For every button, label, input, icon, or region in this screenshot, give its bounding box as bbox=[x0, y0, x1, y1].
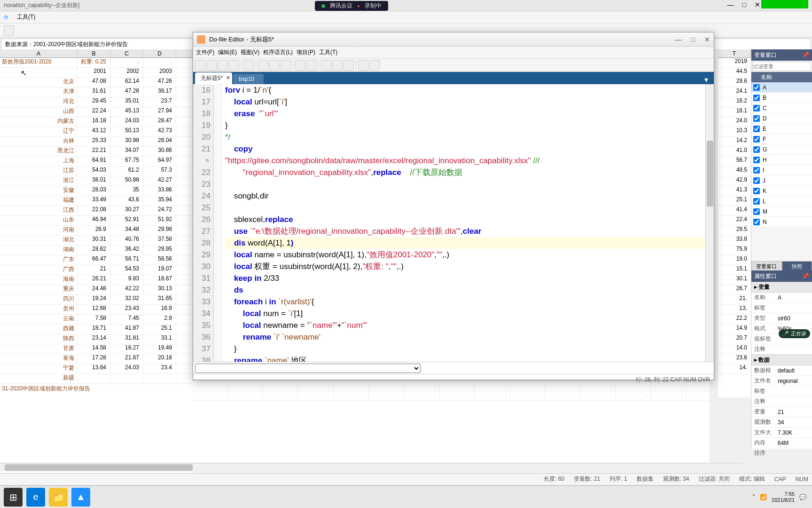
variable-row[interactable]: M bbox=[751, 206, 812, 217]
print-button[interactable] bbox=[229, 60, 239, 71]
value-cell[interactable]: 29.6 bbox=[718, 78, 751, 87]
value-cell[interactable]: 20.18 bbox=[143, 354, 176, 364]
value-cell[interactable]: 18.27 bbox=[110, 344, 143, 354]
value-cell[interactable]: 24.0 bbox=[718, 117, 751, 127]
value-cell[interactable]: 23.43 bbox=[110, 305, 143, 314]
variable-row[interactable]: J bbox=[751, 175, 812, 186]
code-line[interactable]: } bbox=[225, 119, 714, 131]
col-header-t[interactable]: T bbox=[718, 49, 751, 58]
value-cell[interactable]: 7.45 bbox=[110, 315, 143, 324]
group-variable[interactable]: ▸ 变量 bbox=[751, 282, 812, 293]
province-cell[interactable]: 重庆 bbox=[0, 285, 78, 294]
property-value[interactable]: 34 bbox=[778, 419, 809, 426]
variable-checkbox[interactable] bbox=[753, 84, 760, 91]
value-cell[interactable]: 41.87 bbox=[110, 325, 143, 334]
header-cell[interactable]: . bbox=[143, 58, 176, 67]
property-row[interactable]: 名称A bbox=[751, 293, 812, 303]
province-cell[interactable]: 广西 bbox=[0, 265, 78, 275]
variable-checkbox[interactable] bbox=[753, 105, 760, 111]
app-icon[interactable]: ▲ bbox=[71, 488, 90, 507]
value-cell[interactable]: 33.49 bbox=[78, 196, 110, 206]
province-cell[interactable]: 内蒙古 bbox=[0, 117, 78, 127]
value-cell[interactable]: 57.3 bbox=[143, 167, 176, 176]
province-cell[interactable]: 河南 bbox=[0, 226, 78, 235]
province-cell[interactable]: 新疆 bbox=[0, 374, 78, 383]
col-header-b[interactable]: B bbox=[78, 49, 110, 57]
property-row[interactable]: 观测数34 bbox=[751, 417, 812, 428]
value-cell[interactable]: 26.21 bbox=[78, 275, 110, 285]
tab-variables[interactable]: 变量窗口 bbox=[751, 261, 782, 271]
paste-button[interactable] bbox=[281, 60, 291, 71]
province-cell[interactable]: 宁夏 bbox=[0, 364, 78, 373]
value-cell[interactable]: 29.95 bbox=[143, 246, 176, 255]
value-cell[interactable]: 61.2 bbox=[110, 167, 143, 176]
value-cell[interactable]: 34.48 bbox=[110, 226, 143, 235]
value-cell[interactable]: 24.03 bbox=[110, 117, 143, 127]
variable-row[interactable]: G bbox=[751, 144, 812, 155]
value-cell[interactable]: 18.71 bbox=[78, 325, 110, 334]
variable-row[interactable]: A bbox=[751, 82, 812, 93]
value-cell[interactable]: 30.27 bbox=[110, 206, 143, 215]
value-cell[interactable]: 14.0 bbox=[718, 344, 751, 354]
value-cell[interactable]: 43.6 bbox=[110, 196, 143, 206]
code-line[interactable] bbox=[225, 178, 714, 190]
menu-tools[interactable]: 工具(T) bbox=[17, 13, 35, 21]
value-cell[interactable]: 19.0 bbox=[718, 255, 751, 265]
value-cell[interactable]: 14. bbox=[718, 364, 751, 374]
province-cell[interactable]: 江西 bbox=[0, 206, 78, 215]
variable-row[interactable]: B bbox=[751, 93, 812, 103]
variable-row[interactable]: F bbox=[751, 134, 812, 144]
table-row[interactable]: 福建 33.49 43.6 35.94 bbox=[0, 196, 193, 206]
tab-close-icon[interactable]: ✕ bbox=[226, 75, 230, 81]
value-cell[interactable]: 58.71 bbox=[110, 255, 143, 265]
table-row[interactable]: 贵州 12.68 23.43 16.9 bbox=[0, 305, 193, 315]
property-row[interactable]: 注释 bbox=[751, 397, 812, 407]
value-cell[interactable]: 29.45 bbox=[78, 97, 110, 107]
value-cell[interactable]: 28.62 bbox=[78, 246, 110, 255]
property-row[interactable]: 文件大7.30K bbox=[751, 428, 812, 438]
value-cell[interactable]: 33.86 bbox=[143, 186, 176, 196]
table-row[interactable]: 西藏 18.71 41.87 25.1 bbox=[0, 325, 193, 334]
table-row[interactable]: 江苏 54.03 61.2 57.3 bbox=[0, 167, 193, 176]
value-cell[interactable]: 41.3 bbox=[718, 186, 751, 196]
header-cell[interactable]: . bbox=[110, 58, 143, 67]
redo-button[interactable] bbox=[306, 60, 317, 71]
bookmark-gutter[interactable] bbox=[214, 84, 222, 362]
property-value[interactable]: A bbox=[778, 294, 809, 301]
table-row[interactable]: 广西 21 54.53 19.07 bbox=[0, 265, 193, 275]
toolbar-icon[interactable] bbox=[4, 25, 14, 36]
table-row[interactable]: 海南 26.21 9.83 18.67 bbox=[0, 275, 193, 285]
menu-language[interactable]: 程序语言(L) bbox=[263, 48, 293, 56]
code-line[interactable]: erase "`url'" bbox=[225, 108, 714, 119]
tab-untitled5[interactable]: 无标题5* ✕ bbox=[195, 72, 232, 84]
value-cell[interactable]: 28.47 bbox=[143, 117, 176, 127]
province-cell[interactable]: 上海 bbox=[0, 157, 78, 166]
horizontal-scrollbar[interactable] bbox=[0, 463, 742, 471]
value-cell[interactable]: 42.27 bbox=[143, 176, 176, 186]
value-cell[interactable]: 67.75 bbox=[110, 157, 143, 166]
code-line[interactable]: keep in 2/33 bbox=[225, 272, 714, 284]
value-cell[interactable] bbox=[110, 374, 143, 383]
value-cell[interactable]: 25.33 bbox=[78, 137, 110, 146]
value-cell[interactable]: 52.91 bbox=[110, 216, 143, 225]
value-cell[interactable]: 47.08 bbox=[78, 78, 110, 87]
value-cell[interactable]: 23.6 bbox=[718, 354, 751, 364]
variable-checkbox[interactable] bbox=[753, 177, 760, 184]
province-cell[interactable]: 西藏 bbox=[0, 325, 78, 334]
province-cell[interactable]: 河北 bbox=[0, 97, 78, 107]
value-cell[interactable]: 64.91 bbox=[78, 157, 110, 166]
notification-icon[interactable]: 💬 bbox=[799, 494, 806, 500]
value-cell[interactable]: 31.61 bbox=[78, 87, 110, 97]
properties-panel-header[interactable]: 属性窗口 📌 bbox=[751, 270, 812, 282]
pin-icon[interactable]: 📌 bbox=[802, 52, 809, 58]
code-line[interactable]: ds bbox=[225, 284, 714, 296]
value-cell[interactable]: 38.01 bbox=[78, 176, 110, 186]
province-cell[interactable]: 四川 bbox=[0, 295, 78, 304]
search-dropdown[interactable] bbox=[195, 364, 421, 373]
col-header-d[interactable]: D bbox=[143, 49, 176, 57]
value-cell[interactable]: 56.7 bbox=[718, 157, 751, 167]
code-line[interactable]: local url=url[`i'] bbox=[225, 96, 714, 108]
value-cell[interactable]: 19.24 bbox=[78, 295, 110, 304]
value-cell[interactable]: 45.13 bbox=[110, 107, 143, 117]
province-cell[interactable]: 辽宁 bbox=[0, 127, 78, 136]
